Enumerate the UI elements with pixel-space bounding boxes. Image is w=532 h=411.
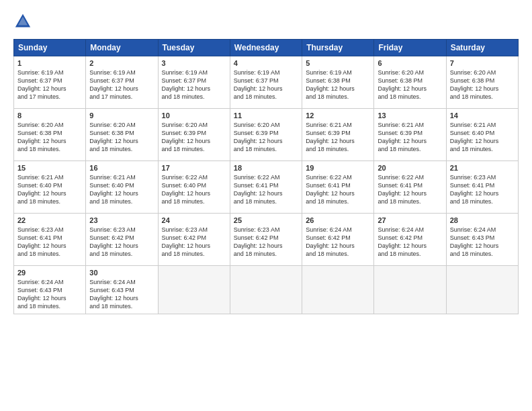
day-info: Sunrise: 6:19 AMSunset: 6:37 PMDaylight:… xyxy=(17,68,82,101)
calendar-day-cell xyxy=(446,266,518,314)
day-number: 18 xyxy=(234,164,298,172)
day-info: Sunrise: 6:19 AMSunset: 6:37 PMDaylight:… xyxy=(162,68,226,101)
calendar-week-row: 29Sunrise: 6:24 AMSunset: 6:43 PMDayligh… xyxy=(14,266,519,314)
day-number: 13 xyxy=(378,111,442,120)
day-number: 7 xyxy=(450,59,515,67)
calendar-header-friday: Friday xyxy=(374,40,446,56)
calendar-day-cell: 21Sunrise: 6:23 AMSunset: 6:41 PMDayligh… xyxy=(446,161,518,214)
calendar-day-cell: 27Sunrise: 6:24 AMSunset: 6:42 PMDayligh… xyxy=(374,214,446,266)
calendar-day-cell: 15Sunrise: 6:21 AMSunset: 6:40 PMDayligh… xyxy=(14,161,86,214)
day-info: Sunrise: 6:20 AMSunset: 6:38 PMDaylight:… xyxy=(378,68,442,101)
calendar-day-cell: 8Sunrise: 6:20 AMSunset: 6:38 PMDaylight… xyxy=(14,109,86,161)
day-number: 3 xyxy=(162,59,226,67)
day-number: 5 xyxy=(306,59,370,67)
calendar-day-cell: 23Sunrise: 6:23 AMSunset: 6:42 PMDayligh… xyxy=(86,214,158,266)
calendar-week-row: 8Sunrise: 6:20 AMSunset: 6:38 PMDaylight… xyxy=(14,109,519,161)
calendar-day-cell: 30Sunrise: 6:24 AMSunset: 6:43 PMDayligh… xyxy=(86,266,158,314)
day-number: 25 xyxy=(234,216,298,224)
calendar-day-cell xyxy=(374,266,446,314)
calendar-day-cell: 14Sunrise: 6:21 AMSunset: 6:40 PMDayligh… xyxy=(446,109,518,161)
day-info: Sunrise: 6:24 AMSunset: 6:43 PMDaylight:… xyxy=(17,278,82,311)
logo-icon xyxy=(13,12,32,31)
calendar-day-cell: 5Sunrise: 6:19 AMSunset: 6:38 PMDaylight… xyxy=(302,56,374,109)
header xyxy=(13,12,519,31)
day-info: Sunrise: 6:24 AMSunset: 6:42 PMDaylight:… xyxy=(306,226,370,259)
day-info: Sunrise: 6:23 AMSunset: 6:41 PMDaylight:… xyxy=(17,226,82,259)
calendar-day-cell: 7Sunrise: 6:20 AMSunset: 6:38 PMDaylight… xyxy=(446,56,518,109)
calendar-day-cell: 26Sunrise: 6:24 AMSunset: 6:42 PMDayligh… xyxy=(302,214,374,266)
day-number: 14 xyxy=(450,111,515,120)
calendar-day-cell: 24Sunrise: 6:23 AMSunset: 6:42 PMDayligh… xyxy=(158,214,230,266)
calendar-day-cell: 12Sunrise: 6:21 AMSunset: 6:39 PMDayligh… xyxy=(302,109,374,161)
day-info: Sunrise: 6:19 AMSunset: 6:37 PMDaylight:… xyxy=(234,68,298,101)
day-info: Sunrise: 6:23 AMSunset: 6:42 PMDaylight:… xyxy=(89,226,154,259)
calendar: SundayMondayTuesdayWednesdayThursdayFrid… xyxy=(13,39,519,314)
page: SundayMondayTuesdayWednesdayThursdayFrid… xyxy=(0,0,532,411)
calendar-day-cell: 11Sunrise: 6:20 AMSunset: 6:39 PMDayligh… xyxy=(230,109,302,161)
day-number: 6 xyxy=(378,59,442,67)
calendar-header-tuesday: Tuesday xyxy=(158,40,230,56)
day-number: 23 xyxy=(89,216,154,224)
calendar-day-cell: 4Sunrise: 6:19 AMSunset: 6:37 PMDaylight… xyxy=(230,56,302,109)
day-number: 28 xyxy=(450,216,515,224)
day-number: 26 xyxy=(306,216,370,224)
day-number: 30 xyxy=(89,269,154,277)
calendar-day-cell: 29Sunrise: 6:24 AMSunset: 6:43 PMDayligh… xyxy=(14,266,86,314)
day-number: 17 xyxy=(162,164,226,172)
day-info: Sunrise: 6:20 AMSunset: 6:39 PMDaylight:… xyxy=(234,121,298,154)
calendar-day-cell: 17Sunrise: 6:22 AMSunset: 6:40 PMDayligh… xyxy=(158,161,230,214)
calendar-header-monday: Monday xyxy=(86,40,158,56)
day-info: Sunrise: 6:24 AMSunset: 6:43 PMDaylight:… xyxy=(450,226,515,259)
day-info: Sunrise: 6:21 AMSunset: 6:40 PMDaylight:… xyxy=(17,173,82,206)
calendar-day-cell xyxy=(158,266,230,314)
calendar-week-row: 22Sunrise: 6:23 AMSunset: 6:41 PMDayligh… xyxy=(14,214,519,266)
day-number: 20 xyxy=(378,164,442,172)
day-number: 27 xyxy=(378,216,442,224)
calendar-day-cell: 25Sunrise: 6:23 AMSunset: 6:42 PMDayligh… xyxy=(230,214,302,266)
calendar-day-cell: 19Sunrise: 6:22 AMSunset: 6:41 PMDayligh… xyxy=(302,161,374,214)
day-number: 2 xyxy=(89,59,154,67)
day-info: Sunrise: 6:20 AMSunset: 6:38 PMDaylight:… xyxy=(17,121,82,154)
calendar-day-cell: 6Sunrise: 6:20 AMSunset: 6:38 PMDaylight… xyxy=(374,56,446,109)
day-number: 4 xyxy=(234,59,298,67)
day-number: 8 xyxy=(17,111,82,120)
day-number: 24 xyxy=(162,216,226,224)
day-number: 22 xyxy=(17,216,82,224)
day-info: Sunrise: 6:23 AMSunset: 6:42 PMDaylight:… xyxy=(162,226,226,259)
day-info: Sunrise: 6:21 AMSunset: 6:39 PMDaylight:… xyxy=(306,121,370,154)
day-number: 1 xyxy=(17,59,82,67)
day-info: Sunrise: 6:21 AMSunset: 6:39 PMDaylight:… xyxy=(378,121,442,154)
calendar-day-cell: 10Sunrise: 6:20 AMSunset: 6:39 PMDayligh… xyxy=(158,109,230,161)
day-info: Sunrise: 6:19 AMSunset: 6:37 PMDaylight:… xyxy=(89,68,154,101)
day-info: Sunrise: 6:22 AMSunset: 6:41 PMDaylight:… xyxy=(234,173,298,206)
calendar-day-cell xyxy=(230,266,302,314)
day-number: 29 xyxy=(17,269,82,277)
calendar-day-cell: 22Sunrise: 6:23 AMSunset: 6:41 PMDayligh… xyxy=(14,214,86,266)
calendar-header-sunday: Sunday xyxy=(14,40,86,56)
day-info: Sunrise: 6:22 AMSunset: 6:40 PMDaylight:… xyxy=(162,173,226,206)
day-info: Sunrise: 6:19 AMSunset: 6:38 PMDaylight:… xyxy=(306,68,370,101)
calendar-day-cell: 9Sunrise: 6:20 AMSunset: 6:38 PMDaylight… xyxy=(86,109,158,161)
day-info: Sunrise: 6:22 AMSunset: 6:41 PMDaylight:… xyxy=(378,173,442,206)
day-number: 10 xyxy=(162,111,226,120)
calendar-day-cell: 20Sunrise: 6:22 AMSunset: 6:41 PMDayligh… xyxy=(374,161,446,214)
day-number: 19 xyxy=(306,164,370,172)
day-number: 11 xyxy=(234,111,298,120)
logo xyxy=(13,12,35,31)
calendar-day-cell xyxy=(302,266,374,314)
day-info: Sunrise: 6:24 AMSunset: 6:43 PMDaylight:… xyxy=(89,278,154,311)
calendar-day-cell: 13Sunrise: 6:21 AMSunset: 6:39 PMDayligh… xyxy=(374,109,446,161)
day-info: Sunrise: 6:23 AMSunset: 6:42 PMDaylight:… xyxy=(234,226,298,259)
calendar-day-cell: 1Sunrise: 6:19 AMSunset: 6:37 PMDaylight… xyxy=(14,56,86,109)
day-info: Sunrise: 6:20 AMSunset: 6:38 PMDaylight:… xyxy=(450,68,515,101)
day-info: Sunrise: 6:21 AMSunset: 6:40 PMDaylight:… xyxy=(450,121,515,154)
calendar-header-wednesday: Wednesday xyxy=(230,40,302,56)
calendar-day-cell: 16Sunrise: 6:21 AMSunset: 6:40 PMDayligh… xyxy=(86,161,158,214)
day-number: 21 xyxy=(450,164,515,172)
calendar-week-row: 15Sunrise: 6:21 AMSunset: 6:40 PMDayligh… xyxy=(14,161,519,214)
calendar-day-cell: 2Sunrise: 6:19 AMSunset: 6:37 PMDaylight… xyxy=(86,56,158,109)
day-info: Sunrise: 6:21 AMSunset: 6:40 PMDaylight:… xyxy=(89,173,154,206)
day-info: Sunrise: 6:23 AMSunset: 6:41 PMDaylight:… xyxy=(450,173,515,206)
calendar-day-cell: 3Sunrise: 6:19 AMSunset: 6:37 PMDaylight… xyxy=(158,56,230,109)
calendar-day-cell: 28Sunrise: 6:24 AMSunset: 6:43 PMDayligh… xyxy=(446,214,518,266)
